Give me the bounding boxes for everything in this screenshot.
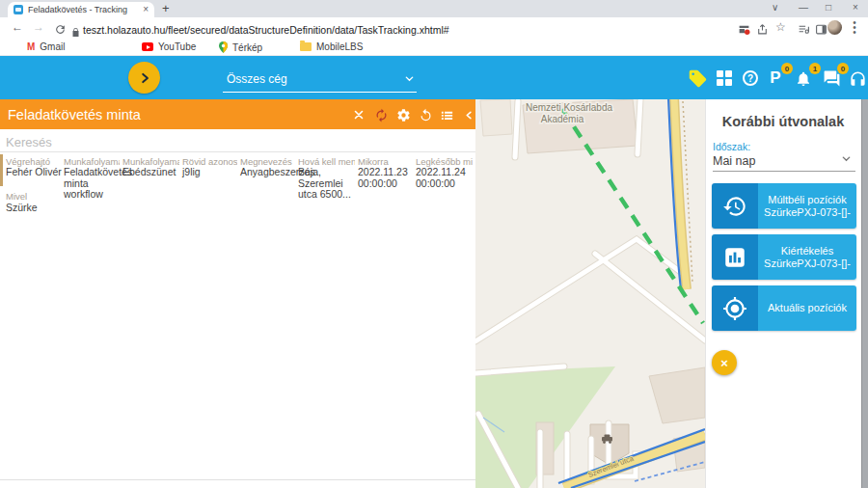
map-poi-label: Akadémia <box>541 114 584 124</box>
gmail-icon: M <box>27 41 35 52</box>
parking-icon: P <box>770 68 780 88</box>
help-button[interactable]: ? <box>740 68 761 89</box>
close-icon <box>353 109 365 121</box>
button-label-line2: SzürkePXJ-073-[]- <box>764 258 851 270</box>
map-poi-label: Nemzeti Kosárlabda <box>526 102 612 113</box>
table-cell[interactable]: Feladatkövetés minta workflow <box>64 167 122 201</box>
panel-settings-button[interactable] <box>395 107 411 122</box>
bookmark-gmail[interactable]: M Gmail <box>27 41 65 52</box>
tab-title: Feladatkövetés - Tracking <box>28 5 138 14</box>
table-cell[interactable]: j9lig <box>182 167 237 178</box>
back-icon[interactable]: ← <box>12 21 23 34</box>
tag-icon <box>688 68 708 89</box>
notifications-badge: 1 <box>809 63 821 74</box>
parking-button[interactable]: P 0 <box>765 68 786 89</box>
url-text[interactable]: teszt.holazauto.hu/fleet/secured/dataStr… <box>83 24 449 36</box>
panel-title: Feladatkövetés minta <box>8 107 141 122</box>
tab-favicon-icon <box>14 5 23 14</box>
chevron-down-icon <box>404 73 415 84</box>
button-label-line1: Múltbéli pozíciók <box>768 194 846 206</box>
map-canvas[interactable]: Nemzeti Kosárlabda Akadémia Szeremlei ut… <box>475 99 705 488</box>
close-routes-fab[interactable]: × <box>712 350 737 375</box>
table-cell[interactable]: Ebédszünet <box>122 167 179 178</box>
sub-table-cell[interactable]: Szürke <box>6 202 38 213</box>
profile-avatar[interactable] <box>827 20 842 35</box>
panel-list-button[interactable] <box>439 107 454 122</box>
bookmark-label: Térkép <box>232 42 262 53</box>
new-tab-button[interactable]: + <box>162 1 170 15</box>
window-close-icon[interactable]: × <box>853 2 858 14</box>
table-cell[interactable]: 2022.11.24 00:00:00 <box>416 167 472 189</box>
reload-icon[interactable] <box>54 22 67 40</box>
support-button[interactable] <box>847 68 868 89</box>
list-icon <box>440 108 454 122</box>
button-label-line2: SzürkePXJ-073-[]- <box>764 206 851 219</box>
bookmark-label: MobileLBS <box>316 41 363 52</box>
current-positions-button[interactable]: Aktuális pozíciók <box>712 285 856 331</box>
table-cell[interactable]: Baja, Szeremlei utca 6500... <box>298 167 356 201</box>
refresh-icon <box>374 108 389 122</box>
window-minimize-icon[interactable]: — <box>799 2 808 14</box>
button-label-line1: Aktuális pozíciók <box>768 302 847 314</box>
period-select-value[interactable]: Mai nap <box>713 154 755 168</box>
forward-icon[interactable]: → <box>33 21 44 34</box>
headset-icon <box>849 69 867 88</box>
parking-badge: 0 <box>781 63 793 74</box>
row-selection-indicator <box>0 154 3 186</box>
sub-column-header: Mivel <box>6 191 27 202</box>
panel-bottom-border <box>0 479 475 480</box>
bookmark-label: YouTube <box>158 41 196 52</box>
help-icon: ? <box>743 70 758 86</box>
expand-panel-button[interactable] <box>128 62 160 94</box>
bookmark-label: Gmail <box>40 41 65 52</box>
period-select-underline <box>713 171 855 172</box>
share-icon[interactable] <box>756 22 769 35</box>
bar-chart-icon <box>712 234 758 280</box>
tag-button[interactable] <box>687 68 708 89</box>
side-panel-icon[interactable] <box>815 22 827 35</box>
folder-icon <box>300 42 312 51</box>
browser-tab[interactable]: Feladatkövetés - Tracking × <box>8 2 154 17</box>
period-label: Időszak: <box>713 141 750 152</box>
company-select[interactable]: Összes cég <box>223 68 417 93</box>
sidebar-title: Korábbi útvonalak <box>705 114 861 129</box>
company-select-value: Összes cég <box>227 72 287 86</box>
tab-close-icon[interactable]: × <box>143 5 149 14</box>
messages-button[interactable]: 0 <box>821 68 842 89</box>
panel-autorefresh-button[interactable] <box>373 107 389 122</box>
table-cell[interactable]: Anyagbeszerzés <box>240 167 298 178</box>
search-underline <box>0 151 475 152</box>
bookmark-maps[interactable]: Térkép <box>219 41 262 53</box>
browser-menu-icon[interactable]: ••• <box>850 20 859 35</box>
notifications-button[interactable]: 1 <box>793 68 814 89</box>
undo-icon <box>419 108 433 122</box>
chevron-down-icon[interactable] <box>841 153 852 166</box>
past-positions-button[interactable]: Múltbéli pozíciók SzürkePXJ-073-[]- <box>712 183 856 229</box>
panel-reset-button[interactable] <box>418 107 433 122</box>
app-window: Feladatkövetés - Tracking × + ∨ — □ × ← … <box>0 0 868 488</box>
panel-close-button[interactable] <box>351 107 366 122</box>
window-maximize-icon[interactable]: □ <box>826 2 831 14</box>
page-scrollbar[interactable] <box>861 99 868 488</box>
button-label-line1: Kiértékelés <box>781 245 833 258</box>
youtube-icon <box>142 42 153 51</box>
bookmark-star-icon[interactable]: ☆ <box>775 20 786 34</box>
bookmarks-bar <box>0 39 868 56</box>
reading-list-icon[interactable] <box>798 22 810 35</box>
panel-collapse-button[interactable] <box>461 107 476 122</box>
bookmark-youtube[interactable]: YouTube <box>142 41 196 52</box>
window-profile-chevron-icon[interactable]: ∨ <box>772 2 778 14</box>
history-icon <box>712 183 758 229</box>
table-cell[interactable]: Fehér Olivér <box>6 167 62 178</box>
map-pin-icon <box>219 41 228 53</box>
target-icon <box>712 285 758 331</box>
search-label[interactable]: Keresés <box>6 135 52 149</box>
chevron-left-icon <box>464 110 475 121</box>
save-card-icon[interactable] <box>738 22 750 35</box>
table-cell[interactable]: 2022.11.23 00:00:00 <box>358 167 414 189</box>
dashboard-button[interactable] <box>714 68 735 89</box>
evaluation-button[interactable]: Kiértékelés SzürkePXJ-073-[]- <box>712 234 856 280</box>
bookmark-mobilelbs[interactable]: MobileLBS <box>300 41 363 52</box>
chevron-right-icon <box>138 71 151 85</box>
gear-icon <box>396 108 411 122</box>
